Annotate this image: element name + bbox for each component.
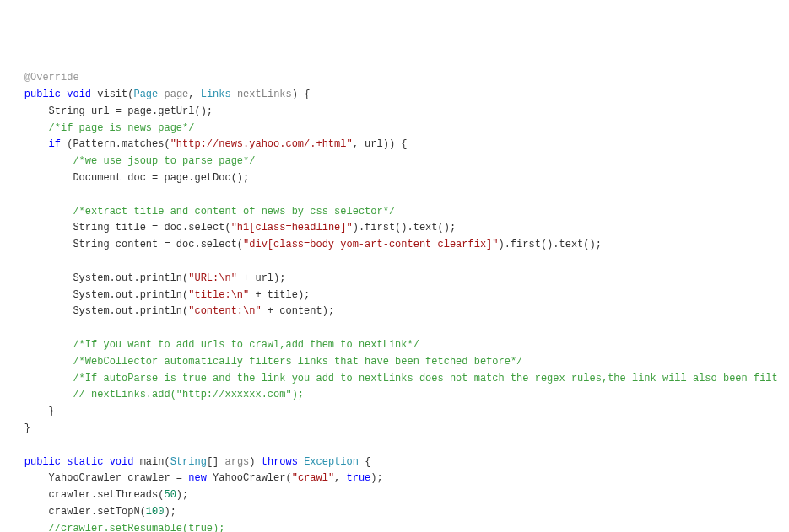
code-line: Document doc = page.getDoc(); <box>0 170 789 187</box>
code-token: String content = doc.select( <box>0 239 243 250</box>
code-token: static <box>67 456 103 468</box>
code-token: ); <box>176 489 188 501</box>
code-token <box>0 373 73 384</box>
code-line: /*If you want to add urls to crawl,add t… <box>0 337 789 354</box>
code-token: String url = page.getUrl(); <box>0 105 213 117</box>
code-line: public static void main(String[] args) t… <box>0 454 789 471</box>
code-token <box>0 122 49 134</box>
code-token: System.out.println( <box>0 289 188 301</box>
code-block: @Override public void visit(Page page, L… <box>0 67 789 532</box>
code-token: , url)) { <box>353 138 408 150</box>
code-token: /*if page is news page*/ <box>49 122 195 134</box>
code-token: "title:\n" <box>188 289 249 301</box>
code-token: public <box>24 456 61 468</box>
code-token: ) { <box>292 89 311 100</box>
code-line: crawler.setTopN(100); <box>0 504 789 521</box>
code-token: + content); <box>262 305 334 317</box>
code-token: args <box>225 456 250 468</box>
code-line: /*If autoParse is true and the link you … <box>0 371 789 388</box>
code-token: nextLinks <box>237 89 292 100</box>
code-token: 50 <box>164 489 176 501</box>
code-token: { <box>359 456 370 468</box>
code-token: /*If autoParse is true and the link you … <box>73 373 777 384</box>
code-token: /*WebCollector automatically filters lin… <box>73 356 522 368</box>
code-line: crawler.setThreads(50); <box>0 487 789 504</box>
code-token: ); <box>164 506 176 518</box>
code-token: throws <box>262 456 298 468</box>
code-line <box>0 254 789 271</box>
code-line: public void visit(Page page, Links nextL… <box>0 87 789 104</box>
code-token: ); <box>370 472 382 484</box>
code-token: void <box>110 456 134 468</box>
code-token: } <box>0 406 55 417</box>
code-token: , <box>188 89 200 100</box>
code-token: page <box>164 89 188 100</box>
code-token: ).first().text(); <box>499 239 602 250</box>
code-line: if (Pattern.matches("http://news.yahoo.c… <box>0 137 789 153</box>
code-token <box>0 138 49 150</box>
code-token <box>0 206 73 218</box>
code-token: Document doc = page.getDoc(); <box>0 172 249 184</box>
code-line: // nextLinks.add("http://xxxxxx.com"); <box>0 387 789 404</box>
code-token <box>0 72 24 83</box>
code-line: /*if page is news page*/ <box>0 121 789 137</box>
code-token: /*we use jsoup to parse page*/ <box>73 155 255 167</box>
code-token: visit( <box>91 89 133 100</box>
code-token: 100 <box>146 506 165 518</box>
code-line: System.out.println("URL:\n" + url); <box>0 271 789 287</box>
code-token: new <box>188 472 207 484</box>
code-token: ).first().text(); <box>353 222 456 234</box>
code-token: "crawl" <box>292 472 334 484</box>
code-token: //crawler.setResumable(true); <box>49 523 225 532</box>
code-token <box>103 456 109 468</box>
code-line: String title = doc.select("h1[class=head… <box>0 220 789 237</box>
code-token: "URL:\n" <box>188 272 237 284</box>
code-line: /*WebCollector automatically filters lin… <box>0 354 789 371</box>
code-line: /*extract title and content of news by c… <box>0 204 789 221</box>
code-line: } <box>0 404 789 421</box>
code-line: YahooCrawler crawler = new YahooCrawler(… <box>0 470 789 487</box>
code-line: } <box>0 421 789 438</box>
code-token: , <box>334 472 346 484</box>
code-token: true <box>347 472 371 484</box>
code-line: /*we use jsoup to parse page*/ <box>0 153 789 170</box>
code-token: [] <box>207 456 225 468</box>
code-token: "div[class=body yom-art-content clearfix… <box>243 239 498 250</box>
code-token: + url); <box>237 272 286 284</box>
code-line: System.out.println("title:\n" + title); <box>0 287 789 304</box>
code-token: YahooCrawler( <box>207 472 292 484</box>
code-token: System.out.println( <box>0 305 188 317</box>
code-line <box>0 438 789 454</box>
code-token: Page <box>133 89 158 100</box>
code-token: public <box>24 89 61 100</box>
code-token: void <box>67 89 91 100</box>
code-token: String <box>170 456 207 468</box>
code-token <box>0 89 24 100</box>
code-token: /*extract title and content of news by c… <box>73 206 395 218</box>
code-token: "content:\n" <box>188 305 261 317</box>
code-token: if <box>49 138 61 150</box>
code-token <box>0 523 49 532</box>
code-token: (Pattern.matches( <box>61 138 170 150</box>
code-token <box>0 456 24 468</box>
code-line: String content = doc.select("div[class=b… <box>0 237 789 254</box>
code-token: ) <box>249 456 261 468</box>
code-line <box>0 320 789 337</box>
code-token <box>231 89 237 100</box>
code-token <box>0 389 73 400</box>
code-token: } <box>0 422 30 434</box>
code-token: YahooCrawler crawler = <box>0 472 188 484</box>
code-token: System.out.println( <box>0 272 188 284</box>
code-token: + title); <box>249 289 310 301</box>
code-token: "http://news.yahoo.com/.+html" <box>170 138 353 150</box>
code-token: crawler.setThreads( <box>0 489 164 501</box>
code-line <box>0 187 789 204</box>
code-token: // nextLinks.add("http://xxxxxx.com"); <box>73 389 304 400</box>
code-line: String url = page.getUrl(); <box>0 104 789 121</box>
code-token: Links <box>201 89 231 100</box>
code-token: /*If you want to add urls to crawl,add t… <box>73 339 419 351</box>
code-line: System.out.println("content:\n" + conten… <box>0 304 789 320</box>
code-line: //crawler.setResumable(true); <box>0 521 789 532</box>
code-token: Exception <box>304 456 359 468</box>
code-token: @Override <box>24 72 79 83</box>
